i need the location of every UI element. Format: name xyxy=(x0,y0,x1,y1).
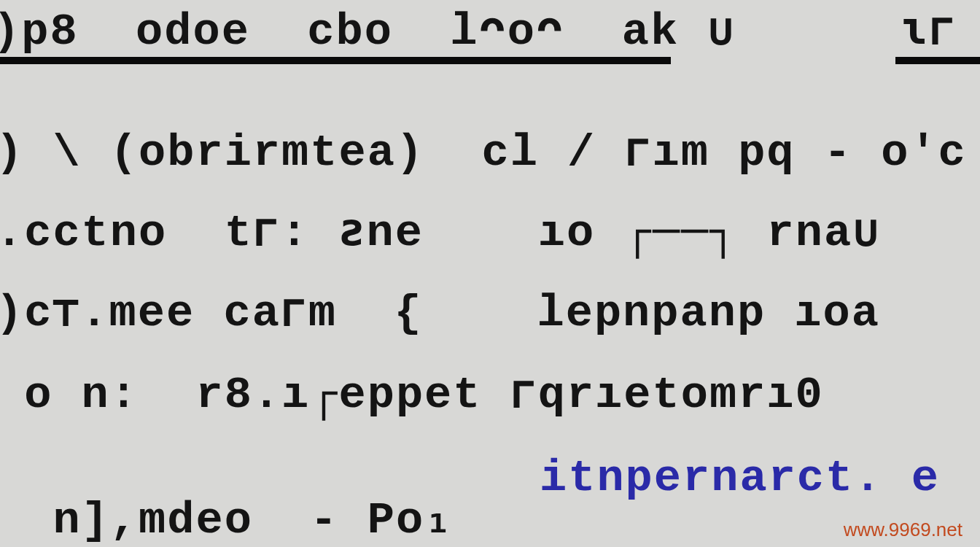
body-line-3: )cᴛ.mee caᴦm { lepnpanp ıoa xyxy=(0,283,880,339)
header-rule-left xyxy=(0,57,671,64)
body-line-2: .cctno tᴦ: ƨne ıo ┌──┐ rnaᴜ xyxy=(0,203,880,259)
body-line-4: o n: r8.ı┌eppet ᴦqrıetomrı0 xyxy=(0,365,824,421)
body-line-5-link[interactable]: itnpernarct. e xyxy=(540,452,940,504)
header-text-right: ɩᴦ xyxy=(901,1,957,58)
body-line-5-left: n],mdeo - Po₁ xyxy=(0,490,453,546)
body-line-1: ) \ (obrirmtea) cl / ᴦım pq - o'c xyxy=(0,123,967,179)
watermark-text: www.9969.net xyxy=(844,519,962,541)
header-rule-right xyxy=(895,57,980,64)
header-row: )p8 odoe cbo lᴖoᴖ ak ᴜ ɩᴦ xyxy=(0,0,980,61)
header-text-left: )p8 odoe cbo lᴖoᴖ ak ᴜ xyxy=(0,1,793,58)
